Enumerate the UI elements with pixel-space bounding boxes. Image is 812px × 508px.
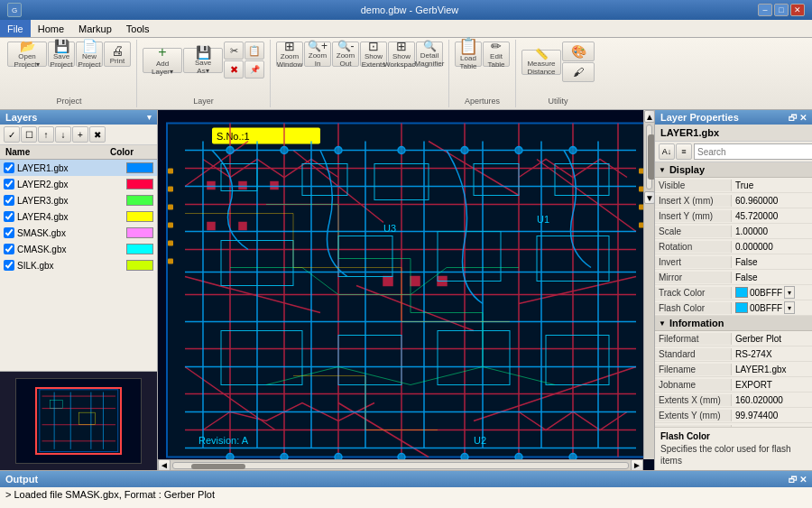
layer-check[interactable] — [4, 260, 14, 271]
svg-text:S.No.:1: S.No.:1 — [217, 131, 250, 142]
layers-uncheck-all[interactable]: ☐ — [21, 126, 37, 143]
prop-extents-x-name: Extents X (mm) — [655, 394, 732, 406]
prop-jobname: Jobname EXPORT — [655, 377, 812, 393]
save-project-button[interactable]: 💾 SaveProject — [48, 42, 75, 67]
layer-row[interactable]: LAYER2.gbx — [0, 176, 157, 192]
prop-filename-name: Filename — [655, 364, 732, 375]
sort-category-btn[interactable]: ≡ — [676, 143, 692, 160]
output-float-btn[interactable]: 🗗 — [789, 475, 798, 485]
measure-distance-button[interactable]: 📏 MeasureDistance — [521, 50, 561, 75]
maximize-button[interactable]: □ — [774, 4, 789, 16]
layer-row[interactable]: CMASK.gbx — [0, 241, 157, 257]
load-table-button[interactable]: 📋 LoadTable — [455, 42, 482, 67]
prop-filename-val: LAYER1.gbx — [732, 364, 812, 375]
information-section: ▼ Information Fileformat Gerber Plot Sta… — [655, 316, 812, 427]
layer-check[interactable] — [4, 195, 14, 206]
prop-standard-val: RS-274X — [732, 348, 812, 360]
close-button[interactable]: ✕ — [790, 4, 805, 16]
menu-file[interactable]: File — [0, 20, 31, 37]
color-tool-2[interactable]: 🖌 — [562, 62, 595, 82]
layer-check[interactable] — [4, 227, 14, 238]
layer-color-swatch — [126, 195, 153, 206]
zoom-in-button[interactable]: 🔍+ ZoomIn — [304, 42, 331, 67]
prop-flash-color-name: Flash Color — [655, 302, 732, 314]
copy-button[interactable]: 📋 — [245, 42, 264, 60]
open-project-button[interactable]: 📂 OpenProject▾ — [7, 42, 47, 67]
prop-rotation: Rotation 0.000000 — [655, 239, 812, 254]
layers-up[interactable]: ↑ — [38, 126, 54, 143]
svg-point-70 — [398, 147, 405, 154]
canvas-scrollbar-vertical[interactable]: ▲ ▼ — [643, 110, 654, 459]
menu-markup[interactable]: Markup — [71, 20, 119, 37]
menu-home[interactable]: Home — [31, 20, 71, 37]
minimize-button[interactable]: – — [758, 4, 772, 16]
scroll-up-btn[interactable]: ▲ — [644, 110, 654, 123]
scroll-right-btn[interactable]: ► — [631, 459, 643, 471]
layer-row[interactable]: LAYER3.gbx — [0, 192, 157, 208]
sort-az-btn[interactable]: A↓ — [659, 143, 675, 160]
layer-color-swatch — [126, 244, 153, 254]
flash-color-btn[interactable]: ▾ — [784, 301, 795, 314]
scroll-thumb-v[interactable] — [648, 134, 654, 180]
prop-insert-x-val: 60.960000 — [732, 195, 812, 207]
layer-check[interactable] — [4, 179, 14, 189]
pcb-svg: S.No.:1 — [158, 110, 654, 470]
delete-button[interactable]: ✖ — [224, 60, 244, 79]
prop-extents-x: Extents X (mm) 160.020000 — [655, 393, 812, 408]
layer-check[interactable] — [4, 162, 14, 173]
layer-row[interactable]: LAYER1.gbx — [0, 160, 157, 176]
prop-insert-x: Insert X (mm) 60.960000 — [655, 193, 812, 208]
svg-text:U2: U2 — [474, 435, 486, 446]
properties-title: Layer Properties — [660, 112, 739, 123]
scroll-left-btn[interactable]: ◄ — [158, 459, 171, 471]
layer-row[interactable]: SILK.gbx — [0, 257, 157, 273]
svg-point-68 — [281, 147, 288, 154]
layers-panel-close[interactable]: ▾ — [147, 113, 152, 122]
layers-add[interactable]: + — [72, 126, 88, 143]
svg-rect-30 — [208, 182, 215, 189]
layer-name: CMASK.gbx — [17, 245, 123, 254]
layers-title: Layers — [5, 112, 37, 123]
layer-row[interactable]: LAYER4.gbx — [0, 208, 157, 225]
save-as-button[interactable]: 💾 SaveAs▾ — [183, 48, 223, 73]
properties-content: ▼ Display Visible True Insert X (mm) 60.… — [655, 162, 812, 427]
layer-check[interactable] — [4, 244, 14, 254]
layer-check[interactable] — [4, 211, 14, 222]
layers-down[interactable]: ↓ — [55, 126, 71, 143]
zoom-out-button[interactable]: 🔍- ZoomOut — [332, 42, 359, 67]
detail-magnifier-button[interactable]: 🔍 DetailMagnifier — [416, 42, 443, 67]
svg-rect-86 — [168, 187, 173, 192]
scroll-thumb-h[interactable] — [191, 464, 245, 469]
new-project-button[interactable]: 📄 NewProject — [76, 42, 103, 67]
layers-toolbar: ✓ ☐ ↑ ↓ + ✖ — [0, 125, 157, 145]
flash-color-desc: Specifies the color used for flash items — [660, 443, 807, 466]
track-color-btn[interactable]: ▾ — [784, 286, 795, 299]
layers-check-all[interactable]: ✓ — [4, 126, 20, 143]
prop-track-color-val: 00BFFF ▾ — [732, 285, 812, 300]
paste-button[interactable]: 📌 — [245, 60, 264, 79]
display-section-header[interactable]: ▼ Display — [655, 162, 812, 178]
pcb-canvas[interactable]: S.No.:1 — [158, 110, 654, 470]
print-button[interactable]: 🖨 Print — [104, 42, 131, 67]
output-panel: Output 🗗 ✕ > Loaded file SMASK.gbx, Form… — [0, 470, 812, 508]
add-layer-button[interactable]: + AddLayer▾ — [143, 48, 182, 73]
color-tool-1[interactable]: 🎨 — [562, 42, 595, 61]
menu-tools[interactable]: Tools — [119, 20, 157, 37]
canvas-scrollbar-horizontal[interactable]: ◄ ► — [158, 459, 643, 470]
prop-extents-y: Extents Y (mm) 99.974400 — [655, 408, 812, 423]
cut-button[interactable]: ✂ — [224, 42, 244, 60]
layers-delete[interactable]: ✖ — [89, 126, 106, 143]
edit-table-button[interactable]: ✏ EditTable — [483, 42, 510, 67]
show-workspace-button[interactable]: ⊞ ShowWorkspace — [388, 42, 415, 67]
scroll-down-btn[interactable]: ▼ — [644, 191, 654, 204]
layer-row[interactable]: SMASK.gbx — [0, 225, 157, 241]
output-close-btn[interactable]: ✕ — [799, 475, 807, 485]
properties-float-btn[interactable]: 🗗 — [789, 113, 798, 123]
zoom-window-button[interactable]: ⊞ ZoomWindow — [276, 42, 303, 67]
prop-extents-x-val: 160.020000 — [732, 394, 812, 406]
properties-search-bar: A↓ ≡ 🔍 — [655, 142, 812, 162]
properties-close-btn[interactable]: ✕ — [799, 113, 807, 123]
prop-invert: Invert False — [655, 254, 812, 270]
information-section-header[interactable]: ▼ Information — [655, 316, 812, 331]
properties-search-input[interactable] — [694, 143, 812, 160]
